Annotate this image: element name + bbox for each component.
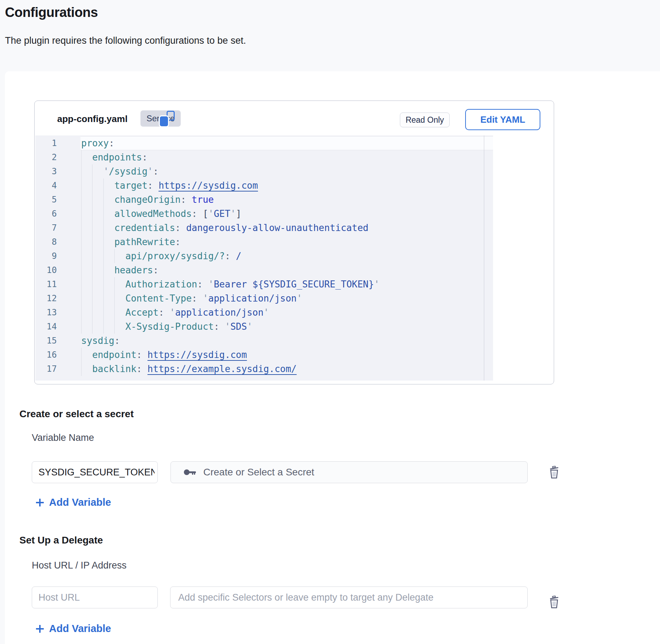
line-number: 10 bbox=[35, 263, 57, 277]
page-title: Configurations bbox=[5, 5, 98, 20]
edit-yaml-button[interactable]: Edit YAML bbox=[465, 109, 540, 130]
indent-guide bbox=[81, 277, 82, 291]
line-number: 7 bbox=[35, 221, 57, 235]
indent-guide bbox=[114, 305, 115, 320]
line-number: 3 bbox=[35, 164, 57, 178]
code-link[interactable]: https://sysdig.com bbox=[158, 180, 258, 191]
line-number: 14 bbox=[35, 320, 57, 334]
delegate-selectors-input[interactable] bbox=[170, 587, 528, 608]
indent-guide bbox=[81, 291, 82, 305]
indent-guide bbox=[114, 277, 115, 291]
indent-guide bbox=[103, 320, 104, 334]
line-number: 4 bbox=[35, 178, 57, 193]
code-line-1: 1proxy: bbox=[35, 136, 493, 150]
indent-guide bbox=[92, 305, 92, 320]
indent-guide bbox=[92, 320, 92, 334]
add-variable-label: Add Variable bbox=[49, 623, 111, 634]
indent-guide bbox=[92, 207, 92, 221]
indent-guide bbox=[81, 320, 82, 334]
add-variable-label: Add Variable bbox=[49, 497, 111, 508]
line-number: 8 bbox=[35, 235, 57, 249]
secret-picker-label: Create or Select a Secret bbox=[203, 467, 314, 478]
delete-variable-button[interactable] bbox=[548, 466, 560, 479]
indent-guide bbox=[92, 263, 92, 277]
indent-guide bbox=[92, 178, 92, 193]
code-line-15: 15sysdig: bbox=[35, 334, 493, 348]
line-number: 2 bbox=[35, 150, 57, 164]
indent-guide bbox=[81, 305, 82, 320]
indent-guide bbox=[103, 277, 104, 291]
code-line-6: 6 allowedMethods: ['GET'] bbox=[35, 207, 493, 221]
yaml-editor[interactable]: 1proxy:2 endpoints:3 '/sysdig':4 target:… bbox=[35, 135, 493, 381]
line-number: 1 bbox=[35, 136, 57, 150]
line-number: 5 bbox=[35, 193, 57, 207]
host-url-input[interactable] bbox=[32, 587, 158, 608]
indent-guide bbox=[81, 207, 82, 221]
indent-guide bbox=[103, 291, 104, 305]
line-number: 9 bbox=[35, 249, 57, 263]
code-line-2: 2 endpoints: bbox=[35, 150, 493, 164]
indent-guide bbox=[114, 249, 115, 263]
indent-guide bbox=[81, 362, 82, 376]
code-line-17: 17 backlink: https://example.sysdig.com/ bbox=[35, 362, 493, 376]
code-link[interactable]: https://sysdig.com bbox=[148, 350, 247, 360]
secret-section-heading: Create or select a secret bbox=[19, 408, 134, 420]
host-url-label: Host URL / IP Address bbox=[32, 560, 127, 571]
code-line-16: 16 endpoint: https://sysdig.com bbox=[35, 348, 493, 362]
indent-guide bbox=[114, 291, 115, 305]
plus-icon bbox=[35, 498, 44, 507]
indent-guide bbox=[81, 249, 82, 263]
key-icon bbox=[184, 468, 198, 476]
copy-icon-front bbox=[160, 116, 168, 126]
indent-guide bbox=[103, 235, 104, 249]
indent-guide bbox=[103, 249, 104, 263]
indent-guide bbox=[81, 150, 82, 164]
indent-guide bbox=[103, 207, 104, 221]
code-line-5: 5 changeOrigin: true bbox=[35, 193, 493, 207]
yaml-editor-lines: 1proxy:2 endpoints:3 '/sysdig':4 target:… bbox=[35, 136, 493, 376]
page-subtitle: The plugin requires the following config… bbox=[5, 35, 246, 46]
code-line-11: 11 Authorization: 'Bearer ${SYSDIG_SECUR… bbox=[35, 277, 493, 291]
configurations-page: Configurations The plugin requires the f… bbox=[0, 0, 660, 644]
line-number: 6 bbox=[35, 207, 57, 221]
line-number: 12 bbox=[35, 291, 57, 305]
indent-guide bbox=[81, 164, 82, 178]
line-number: 16 bbox=[35, 348, 57, 362]
yaml-filename: app-config.yaml bbox=[57, 114, 127, 124]
indent-guide bbox=[81, 348, 82, 362]
code-line-14: 14 X-Sysdig-Product: 'SDS' bbox=[35, 320, 493, 334]
code-line-8: 8 pathRewrite: bbox=[35, 235, 493, 249]
indent-guide bbox=[81, 235, 82, 249]
indent-guide bbox=[92, 291, 92, 305]
code-line-4: 4 target: https://sysdig.com bbox=[35, 178, 493, 193]
delete-delegate-button[interactable] bbox=[548, 595, 560, 609]
code-line-13: 13 Accept: 'application/json' bbox=[35, 305, 493, 320]
indent-guide bbox=[92, 249, 92, 263]
indent-guide bbox=[92, 193, 92, 207]
line-number: 13 bbox=[35, 305, 57, 320]
indent-guide bbox=[81, 221, 82, 235]
indent-guide bbox=[103, 178, 104, 193]
code-line-3: 3 '/sysdig': bbox=[35, 164, 493, 178]
indent-guide bbox=[103, 263, 104, 277]
code-link[interactable]: https://example.sysdig.com/ bbox=[148, 364, 297, 374]
code-line-10: 10 headers: bbox=[35, 263, 493, 277]
line-number: 15 bbox=[35, 334, 57, 348]
add-variable-button-delegate[interactable]: Add Variable bbox=[35, 623, 111, 634]
indent-guide bbox=[81, 263, 82, 277]
indent-guide bbox=[92, 221, 92, 235]
trash-icon bbox=[548, 466, 560, 479]
code-line-7: 7 credentials: dangerously-allow-unauthe… bbox=[35, 221, 493, 235]
copy-icon[interactable] bbox=[160, 111, 175, 126]
add-variable-button-secret[interactable]: Add Variable bbox=[35, 497, 111, 508]
delegate-section-heading: Set Up a Delegate bbox=[19, 535, 103, 546]
minimap-ruler bbox=[484, 135, 493, 381]
code-line-12: 12 Content-Type: 'application/json' bbox=[35, 291, 493, 305]
secret-picker[interactable]: Create or Select a Secret bbox=[170, 461, 528, 483]
variable-name-input[interactable] bbox=[32, 461, 158, 483]
indent-guide bbox=[81, 193, 82, 207]
code-line-9: 9 api/proxy/sysdig/?: / bbox=[35, 249, 493, 263]
variable-name-label: Variable Name bbox=[32, 432, 94, 443]
line-number: 11 bbox=[35, 277, 57, 291]
plus-icon bbox=[35, 624, 44, 633]
